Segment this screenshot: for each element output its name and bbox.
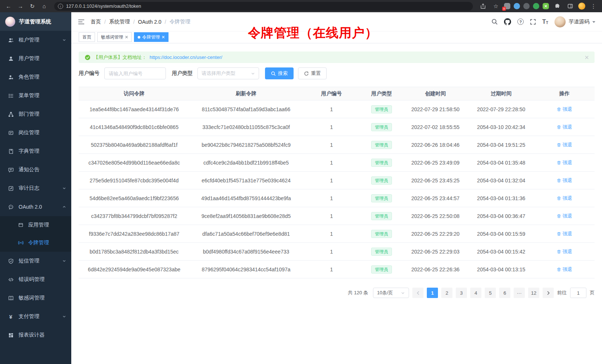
tab-token[interactable]: 令牌管理 (134, 32, 169, 42)
doc-link[interactable]: https://doc.iocoder.cn/user-center/ (150, 54, 222, 60)
extension-icon-4[interactable] (533, 3, 539, 9)
app-logo[interactable]: 芋道管理系统 (0, 12, 71, 31)
tab-label: 令牌管理 (142, 34, 160, 40)
alert-text: 【用户体系】文档地址： (94, 54, 147, 61)
browser-back-icon[interactable]: ← (4, 2, 13, 11)
side-panel-icon[interactable] (565, 2, 575, 11)
sidebar-item-report-designer[interactable]: 报表设计器 (0, 326, 71, 344)
sidebar-item-notice[interactable]: 通知公告 (0, 161, 71, 179)
search-button[interactable]: 搜索 (265, 67, 294, 79)
address-bar[interactable]: i 127.0.0.1:1024/system/oauth2/token (54, 2, 473, 11)
breadcrumb-home[interactable]: 首页 (91, 19, 101, 25)
browser-home-icon[interactable]: ⌂ (39, 2, 49, 11)
page-button-1[interactable]: 1 (427, 288, 438, 298)
page-button-4[interactable]: 4 (470, 288, 481, 298)
sidebar-item-dept[interactable]: 部门管理 (0, 105, 71, 123)
sidebar-item-role[interactable]: 角色管理 (0, 68, 71, 86)
force-logout-label: 强退 (563, 142, 572, 148)
page-size-select[interactable]: 10条/页 (373, 288, 409, 298)
font-size-icon[interactable]: TT (542, 19, 548, 25)
access-token-cell: 1ea5e44f8bc1467aaede43144f31de76 (79, 106, 190, 112)
sidebar-item-oauth-app[interactable]: 应用管理 (0, 216, 71, 234)
sidebar-item-label: 字典管理 (19, 148, 66, 155)
force-logout-button[interactable]: 强退 (557, 159, 572, 166)
alert-close-icon[interactable] (585, 56, 589, 59)
close-icon[interactable] (162, 36, 165, 39)
sidebar-item-post[interactable]: 岗位管理 (0, 123, 71, 142)
force-logout-button[interactable]: 强退 (557, 124, 572, 130)
extension-icon-2[interactable] (514, 3, 520, 9)
sidebar-item-error-code[interactable]: 错误码管理 (0, 270, 71, 289)
created-time-cell: 2022-06-25 22:29:20 (403, 231, 468, 237)
force-logout-button[interactable]: 强退 (557, 142, 572, 148)
page-ellipsis[interactable]: ··· (514, 288, 525, 298)
sidebar-item-label: 短信管理 (19, 258, 58, 264)
goto-page-input[interactable] (570, 288, 586, 298)
shield-icon (8, 258, 14, 264)
action-cell: 强退 (534, 195, 595, 202)
extension-icon-5[interactable] (543, 3, 549, 9)
browser-reload-icon[interactable]: ↻ (27, 2, 37, 11)
bookmark-star-icon[interactable]: ☆ (491, 2, 501, 11)
created-time-cell: 2022-07-02 18:55:55 (403, 124, 468, 130)
extensions-puzzle-icon[interactable] (552, 2, 562, 11)
help-icon[interactable]: ? (517, 19, 524, 25)
force-logout-button[interactable]: 强退 (557, 266, 572, 273)
site-info-icon[interactable]: i (58, 4, 63, 9)
announcement-icon (8, 167, 14, 173)
trash-icon (557, 196, 561, 201)
tab-sensitive-word[interactable]: 敏感词管理 (97, 32, 132, 42)
sidebar-item-audit-log[interactable]: 审计日志 (0, 179, 71, 198)
tab-home[interactable]: 首页 (79, 32, 95, 42)
browser-menu-icon[interactable]: ⋮ (589, 2, 598, 11)
page-button-3[interactable]: 3 (456, 288, 467, 298)
sidebar-item-oauth2[interactable]: OAuth 2.0 (0, 198, 71, 216)
sidebar-item-menu[interactable]: 菜单管理 (0, 86, 71, 105)
force-logout-button[interactable]: 强退 (557, 106, 572, 113)
prev-page-button[interactable] (412, 288, 423, 298)
extension-icon-1[interactable]: 0 (504, 3, 510, 9)
sidebar-item-label: 报表设计器 (19, 332, 66, 338)
page-button-12[interactable]: 12 (528, 288, 539, 298)
action-cell: 强退 (534, 177, 595, 184)
extension-icon-3[interactable] (523, 3, 530, 9)
page-button-2[interactable]: 2 (441, 288, 452, 298)
refresh-token-cell: cdfc4ce9c2da4bb1bdf21b9918ff4be5 (190, 160, 302, 166)
close-icon[interactable] (125, 36, 128, 39)
user-id-input[interactable] (104, 67, 166, 79)
pagination-total: 共 120 条 (348, 289, 368, 296)
force-logout-button[interactable]: 强退 (557, 248, 572, 255)
breadcrumb-separator: / (165, 19, 166, 25)
fullscreen-icon[interactable] (530, 19, 536, 25)
sidebar-item-user[interactable]: 用户管理 (0, 49, 71, 68)
user-type-select[interactable]: 请选择用户类型 (197, 67, 259, 79)
expire-time-cell: 2054-03-10 20:42:34 (468, 124, 534, 130)
trash-icon (557, 249, 561, 254)
browser-forward-icon[interactable]: → (16, 2, 25, 11)
force-logout-button[interactable]: 强退 (557, 195, 572, 202)
browser-profile-avatar[interactable] (578, 3, 585, 10)
search-icon[interactable] (491, 19, 498, 25)
sidebar-collapse-icon[interactable] (78, 19, 85, 25)
user-menu[interactable]: 芋道源码 (554, 16, 595, 27)
github-icon[interactable] (504, 18, 511, 25)
page-button-6[interactable]: 6 (499, 288, 510, 298)
reset-button[interactable]: 重置 (298, 67, 327, 79)
sidebar-item-dict[interactable]: 字典管理 (0, 142, 71, 161)
sidebar-item-payment[interactable]: ¥ 支付管理 (0, 307, 71, 326)
share-icon[interactable] (478, 2, 488, 11)
table-row: 502375b8040a469a9b82188afdf6af1f be90422… (79, 136, 595, 154)
force-logout-button[interactable]: 强退 (557, 213, 572, 219)
sidebar-item-tenant[interactable]: 租户管理 (0, 31, 71, 49)
access-token-cell: b0d1785bc3a8482f812db4a3f3bd15ec (79, 249, 190, 255)
user-avatar (554, 16, 566, 27)
sidebar-item-sms[interactable]: 短信管理 (0, 252, 71, 270)
oauth-bubble-icon (8, 204, 14, 210)
badge-icon (8, 130, 14, 136)
force-logout-button[interactable]: 强退 (557, 177, 572, 184)
next-page-button[interactable] (543, 288, 554, 298)
force-logout-button[interactable]: 强退 (557, 231, 572, 237)
sidebar-item-oauth-token[interactable]: 令牌管理 (0, 234, 71, 252)
sidebar-item-sensitive-word[interactable]: 敏感词管理 (0, 289, 71, 307)
page-button-5[interactable]: 5 (485, 288, 496, 298)
